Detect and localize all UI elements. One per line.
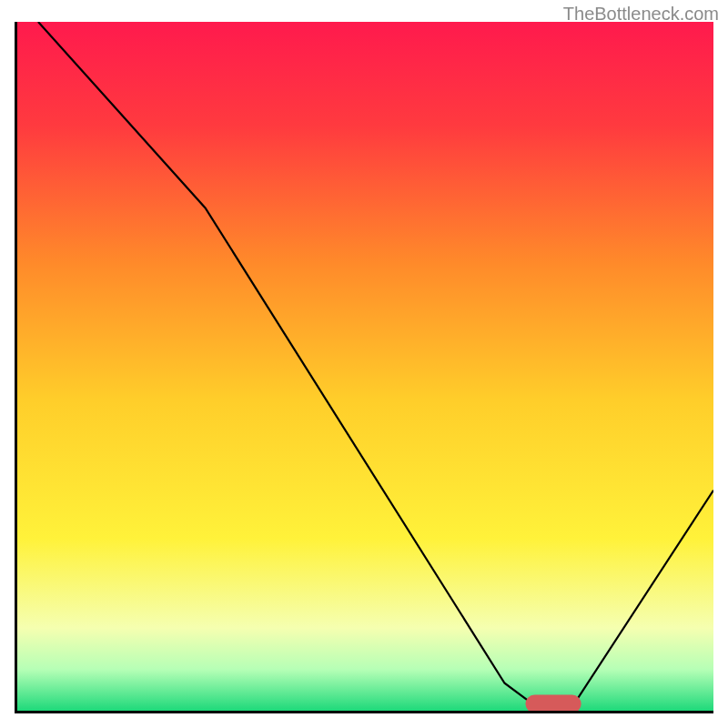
watermark-label: TheBottleneck.com xyxy=(563,4,719,25)
bottleneck-chart xyxy=(17,22,713,711)
chart-background xyxy=(17,22,713,711)
optimal-marker xyxy=(525,695,581,711)
